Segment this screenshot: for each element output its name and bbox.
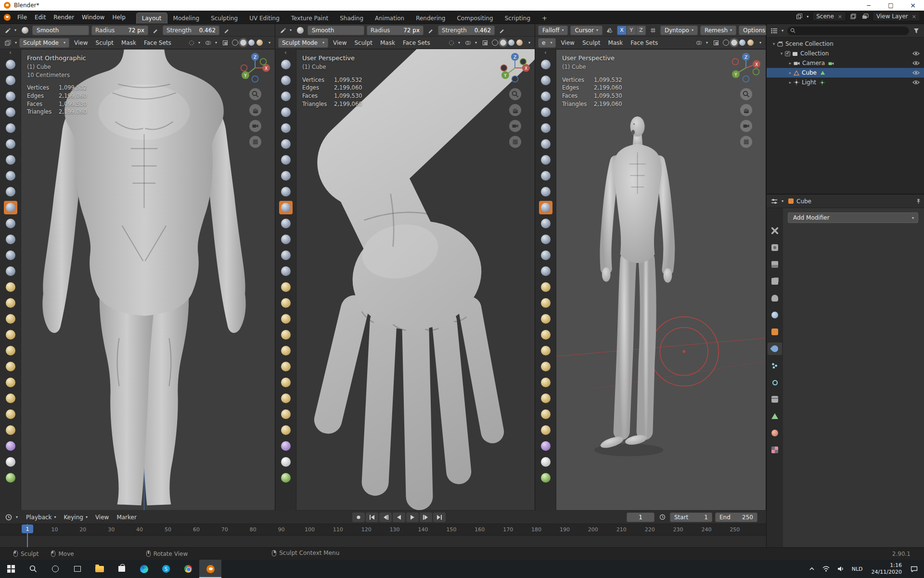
blender-menu-icon[interactable] [4, 14, 11, 21]
viewport-menu-item[interactable]: Sculpt [351, 38, 376, 48]
brush-thumb[interactable] [539, 328, 552, 342]
dyntopo-detail-icon[interactable] [648, 26, 658, 35]
brush-pinch[interactable] [279, 264, 293, 278]
scene-selector[interactable]: Scene [812, 12, 846, 21]
brush-snake-hook[interactable] [4, 312, 17, 326]
shading-wireframe-icon[interactable] [232, 39, 238, 46]
menu-item[interactable]: Edit [31, 12, 50, 23]
brush-simplify[interactable] [4, 439, 17, 453]
properties-editor-icon[interactable] [770, 197, 785, 206]
radius-slider[interactable]: Radius 72 px [367, 26, 424, 35]
brush-pinch[interactable] [4, 264, 17, 278]
gizmos-dropdown-icon[interactable] [187, 38, 202, 48]
workspace-tab[interactable]: Compositing [451, 13, 499, 24]
start-button[interactable] [0, 560, 22, 578]
brush-draw[interactable] [4, 58, 17, 71]
brush-grab[interactable] [4, 280, 17, 294]
symmetry-y-toggle[interactable]: Y [627, 26, 636, 35]
playhead[interactable]: 1 [27, 524, 28, 547]
camera-view-icon[interactable] [249, 120, 261, 132]
brush-layer[interactable] [539, 137, 552, 151]
brush-flatten[interactable] [279, 217, 293, 230]
outliner-row[interactable]: ▸ Camera [767, 58, 924, 68]
brush-simplify[interactable] [279, 439, 293, 453]
strength-pressure-icon[interactable] [222, 26, 231, 35]
brush-crease[interactable] [4, 185, 17, 198]
brush-blob[interactable] [539, 169, 552, 183]
tab-object-data[interactable] [768, 410, 782, 422]
expand-caret-icon[interactable]: ▾ [770, 41, 777, 46]
strength-slider[interactable]: Strength 0.462 [438, 26, 495, 35]
brush-cloth[interactable] [4, 423, 17, 437]
camera-data-icon[interactable] [828, 61, 834, 66]
current-frame-field[interactable]: 1 [627, 512, 654, 522]
brush-draw-face-sets[interactable] [539, 471, 552, 485]
taskbar-clock[interactable]: 1:16 24/11/2020 [867, 562, 907, 576]
menu-item[interactable]: Help [108, 12, 129, 23]
jump-to-start-icon[interactable] [366, 512, 378, 522]
overlays-dropdown-icon[interactable] [204, 38, 218, 48]
expand-caret-icon[interactable]: ▸ [787, 61, 794, 66]
brush-draw-sharp[interactable] [4, 74, 17, 87]
file-explorer-button[interactable] [89, 560, 111, 578]
play-reverse-icon[interactable] [393, 512, 405, 522]
brush-cloth[interactable] [539, 423, 552, 437]
brush-elastic-deform[interactable] [279, 296, 293, 310]
workspace-tab[interactable]: Texture Paint [285, 13, 334, 24]
frame-start-field[interactable]: Start1 [670, 512, 712, 522]
tab-scene[interactable] [768, 292, 782, 304]
overlays-dropdown-icon[interactable] [694, 38, 709, 48]
new-scene-icon[interactable] [848, 12, 858, 21]
zoom-icon[interactable] [249, 88, 261, 100]
scene-browse-icon[interactable] [795, 12, 810, 21]
move-view-hand-icon[interactable] [249, 104, 261, 116]
brush-blob[interactable] [4, 169, 17, 183]
workspace-tab[interactable]: Rendering [410, 13, 451, 24]
viewport-menu-item[interactable]: Face Sets [399, 38, 434, 48]
outliner-row[interactable]: ▸ Light [767, 78, 924, 87]
brush-boundary[interactable] [539, 407, 552, 421]
brush-draw-sharp[interactable] [279, 74, 293, 87]
xray-toggle-icon[interactable] [711, 38, 721, 48]
brush-pinch[interactable] [539, 264, 552, 278]
menu-item[interactable]: Render [50, 12, 78, 23]
shading-wireframe-icon[interactable] [492, 39, 498, 46]
shading-rendered-icon[interactable] [516, 39, 523, 46]
outliner-editor-icon[interactable] [770, 26, 785, 36]
collection-checkbox[interactable] [785, 51, 790, 56]
shading-material-icon[interactable] [508, 39, 514, 46]
brush-slide-relax[interactable] [279, 392, 293, 405]
viewport-canvas-front[interactable]: Front Orthographic (1) Cube 10 Centimete… [0, 49, 275, 511]
shading-solid-icon[interactable] [731, 39, 737, 46]
volume-button[interactable] [834, 566, 848, 572]
brush-inflate[interactable] [4, 153, 17, 167]
tab-constraints[interactable] [768, 393, 782, 406]
mesh-data-icon[interactable] [820, 70, 825, 75]
timeline-tracks[interactable] [0, 536, 766, 547]
shading-solid-icon[interactable] [240, 39, 246, 46]
use-preview-range-icon[interactable] [657, 512, 667, 522]
add-modifier-button[interactable]: Add Modifier [788, 212, 918, 223]
brush-slide-relax[interactable] [539, 392, 552, 405]
symmetry-z-toggle[interactable]: Z [636, 26, 646, 35]
brush-scrape[interactable] [279, 249, 293, 262]
shading-solid-icon[interactable] [500, 39, 506, 46]
brush-slide-relax[interactable] [4, 392, 17, 405]
timeline-menu-item[interactable]: Playback [22, 512, 60, 523]
viewport-menu-item[interactable]: Sculpt [578, 38, 604, 48]
visibility-eye-icon[interactable] [912, 70, 920, 75]
language-indicator[interactable]: NLD [848, 566, 867, 572]
symmetry-x-toggle[interactable]: X [617, 26, 627, 35]
viewport-menu-item[interactable]: View [329, 38, 350, 48]
brush-mask[interactable] [539, 455, 552, 469]
pin-icon[interactable] [916, 198, 921, 204]
taskbar-search-button[interactable] [22, 560, 44, 578]
brush-clay-strips[interactable] [279, 105, 293, 119]
falloff-dropdown[interactable]: Falloff [538, 26, 568, 35]
brush-datablock-icon[interactable] [295, 26, 305, 35]
brush-crease[interactable] [539, 185, 552, 198]
light-data-icon[interactable] [820, 80, 825, 85]
brush-snake-hook[interactable] [279, 312, 293, 326]
active-tool-icon[interactable] [3, 26, 18, 35]
cursor-dropdown[interactable]: Cursor [570, 26, 602, 35]
